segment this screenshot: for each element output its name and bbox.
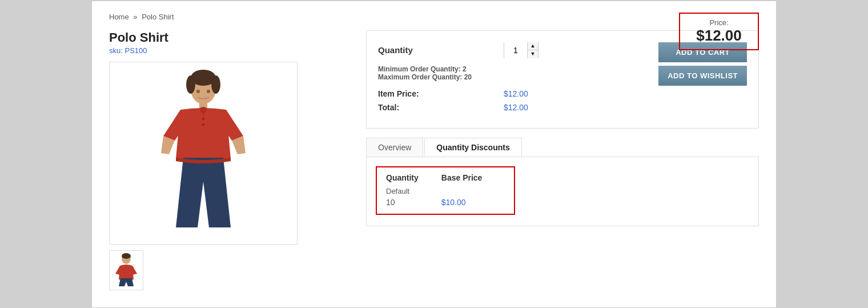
product-title: Polo Shirt [109,30,349,45]
product-right: Quantity ▲ ▼ Minimum Order Qu [366,30,759,290]
sku-value: PS100 [124,46,147,55]
product-thumbnail-1[interactable] [109,250,143,290]
details-inner: Quantity ▲ ▼ Minimum Order Qu [378,42,747,117]
add-to-wishlist-button[interactable]: ADD TO WISHLIST [658,66,747,86]
product-main-image [109,62,298,245]
item-price-label: Item Price: [378,89,504,98]
quantity-row: Quantity ▲ ▼ [378,42,641,58]
discount-qty: 10 [386,197,441,208]
max-qty: Maximum Order Quantity: 20 [378,73,641,81]
item-price-row: Item Price: $12.00 [378,89,641,98]
quantity-label: Quantity [378,45,504,55]
svg-point-8 [202,123,204,126]
price-top-amount: $12.00 [692,27,746,45]
thumbnail-image-1 [112,253,140,287]
discount-group: Default [386,186,441,197]
quantity-down-button[interactable]: ▼ [528,50,538,58]
page-wrapper: Home » Polo Shirt Price: $12.00 Polo Shi… [91,1,777,308]
discount-price: $10.00 [441,197,505,208]
total-label: Total: [378,103,504,112]
total-value: $12.00 [504,103,528,112]
col-quantity: Quantity [386,173,441,186]
price-top-label: Price: [692,18,746,27]
tab-overview[interactable]: Overview [366,138,423,157]
breadcrumb-home[interactable]: Home [109,13,129,21]
discount-group-price [441,186,505,197]
discounts-panel: Quantity Base Price Default10$10.00 [366,157,759,226]
total-row: Total: $12.00 [378,103,641,112]
sku-label: sku: [109,46,123,55]
discounts-table-header: Quantity Base Price [386,173,505,186]
qty-constraints: Minimum Order Quantity: 2 Maximum Order … [378,65,641,81]
discount-row: Default [386,186,505,197]
svg-point-5 [196,90,200,93]
quantity-input[interactable] [504,42,527,58]
item-price-value: $12.00 [504,89,528,98]
breadcrumb-current: Polo Shirt [142,13,174,21]
col-base-price: Base Price [441,173,505,186]
main-content: Polo Shirt sku: PS100 [109,30,759,290]
breadcrumb-separator: » [133,13,137,21]
svg-point-2 [186,75,195,94]
product-sku: sku: PS100 [109,46,349,55]
discounts-table-body: Default10$10.00 [386,186,505,208]
quantity-up-button[interactable]: ▲ [528,42,538,50]
discount-values-row: 10$10.00 [386,197,505,208]
price-box-top: Price: $12.00 [679,13,759,50]
discounts-table: Quantity Base Price Default10$10.00 [386,173,505,208]
product-image-svg [146,67,260,239]
svg-point-7 [202,118,204,120]
min-qty: Minimum Order Quantity: 2 [378,65,641,73]
details-form: Quantity ▲ ▼ Minimum Order Qu [378,42,641,117]
svg-point-10 [122,253,131,259]
breadcrumb: Home » Polo Shirt [109,13,759,21]
svg-point-6 [207,90,210,93]
product-thumbnails [109,250,349,290]
quantity-spinners: ▲ ▼ [527,42,538,58]
svg-point-3 [211,75,220,94]
product-left: Polo Shirt sku: PS100 [109,30,349,290]
tabs-bar: Overview Quantity Discounts [366,138,759,157]
quantity-input-wrapper: ▲ ▼ [504,42,539,58]
tab-quantity-discounts[interactable]: Quantity Discounts [424,138,521,157]
discounts-table-wrapper: Quantity Base Price Default10$10.00 [376,166,515,215]
